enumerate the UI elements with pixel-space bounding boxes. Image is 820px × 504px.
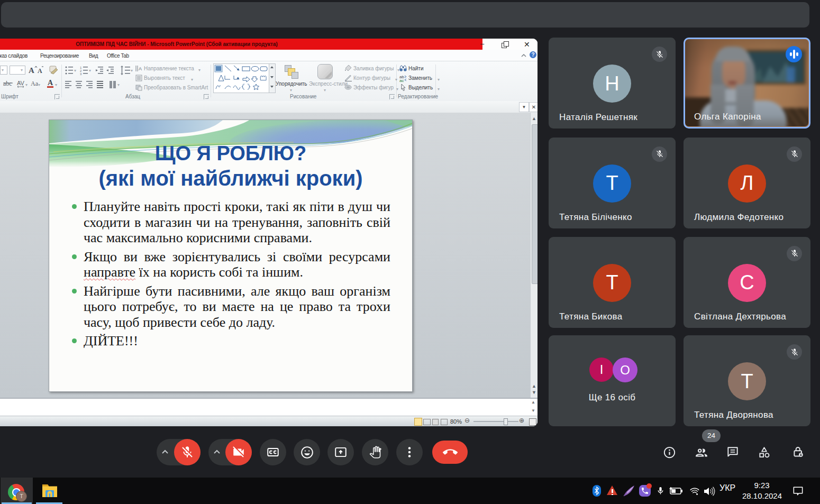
svg-text:A: A: [48, 79, 53, 87]
svg-text:▾: ▾: [89, 68, 91, 73]
svg-text:▾: ▾: [117, 83, 120, 87]
svg-text:A: A: [139, 66, 142, 71]
svg-text:Aa: Aa: [31, 80, 39, 87]
svg-text:abc: abc: [3, 80, 12, 87]
svg-text:▾: ▾: [74, 68, 76, 73]
svg-text:ac: ac: [399, 78, 404, 82]
svg-text:▾: ▾: [131, 68, 133, 73]
svg-text:A: A: [38, 67, 42, 75]
svg-text:A: A: [29, 66, 34, 75]
svg-text:▾: ▾: [25, 83, 28, 87]
svg-text:▾: ▾: [55, 83, 57, 87]
svg-text:3: 3: [80, 72, 82, 75]
svg-text:AV: AV: [17, 80, 25, 86]
svg-text:▾: ▾: [38, 83, 40, 87]
